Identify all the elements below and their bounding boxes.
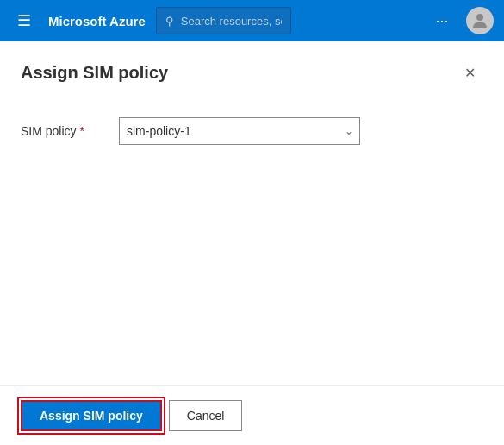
panel-footer: Assign SIM policy Cancel <box>0 385 504 445</box>
top-navigation: ☰ Microsoft Azure ⚲ ··· <box>0 0 504 41</box>
sim-policy-select-wrapper: sim-policy-1 sim-policy-2 sim-policy-3 ⌄ <box>119 117 360 145</box>
search-input[interactable] <box>181 15 282 28</box>
sim-policy-select[interactable]: sim-policy-1 sim-policy-2 sim-policy-3 <box>119 117 360 145</box>
panel-title: Assign SIM policy <box>21 63 168 83</box>
avatar[interactable] <box>466 7 494 34</box>
sim-policy-field: SIM policy * sim-policy-1 sim-policy-2 s… <box>21 117 483 145</box>
search-bar[interactable]: ⚲ <box>156 7 291 34</box>
brand-logo: Microsoft Azure <box>48 14 146 28</box>
svg-point-0 <box>476 14 483 21</box>
panel-header: Assign SIM policy ✕ <box>0 41 504 100</box>
hamburger-menu-icon[interactable]: ☰ <box>10 7 38 34</box>
sim-policy-label: SIM policy * <box>21 124 98 138</box>
more-options-icon[interactable]: ··· <box>428 7 456 34</box>
required-indicator: * <box>79 124 84 138</box>
panel-body: SIM policy * sim-policy-1 sim-policy-2 s… <box>0 100 504 385</box>
assign-sim-policy-button[interactable]: Assign SIM policy <box>21 400 162 431</box>
close-button[interactable]: ✕ <box>456 59 483 86</box>
cancel-button[interactable]: Cancel <box>169 400 243 431</box>
assign-sim-policy-panel: Assign SIM policy ✕ SIM policy * sim-pol… <box>0 41 504 445</box>
main-content: Assign SIM policy ✕ SIM policy * sim-pol… <box>0 41 504 445</box>
search-icon: ⚲ <box>165 15 174 28</box>
